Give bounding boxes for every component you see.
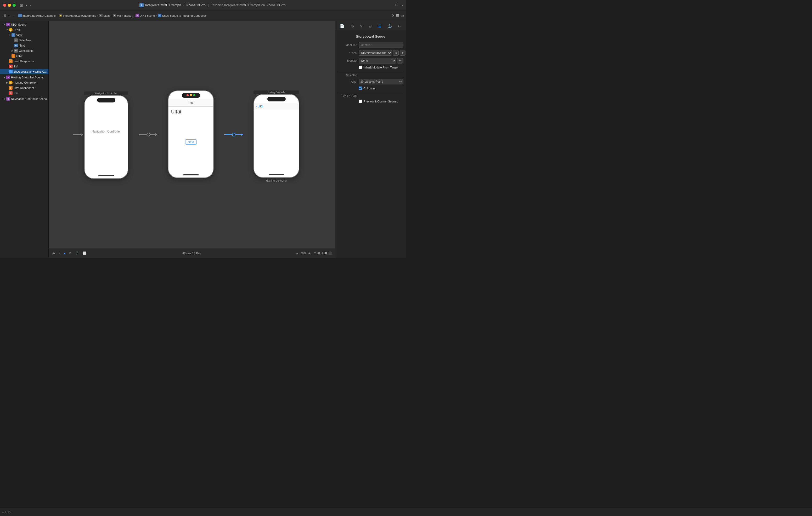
sidebar-toggle[interactable]: ⊞	[20, 3, 23, 7]
sidebar-item-exit-1[interactable]: E Exit	[0, 64, 49, 69]
nav-iphone-wrapper: Navigation Controller Navigation Control…	[84, 91, 128, 178]
icon-segue: →	[9, 70, 12, 73]
canvas-btn-4[interactable]: ⧉	[68, 251, 72, 256]
module-btn[interactable]: ▾	[397, 58, 403, 63]
sidebar-item-next[interactable]: B Next	[0, 43, 49, 48]
nav-iphone-notch	[97, 98, 115, 102]
sidebar-item-constraints[interactable]: ▶ ⋯ Constraints	[0, 48, 49, 53]
class-btn-1[interactable]: ⊕	[393, 50, 399, 56]
nav-back[interactable]: ‹	[26, 3, 27, 7]
run-status: Running IntegreateSwiftUIExample on iPho…	[212, 3, 286, 7]
zoom-level: 50%	[300, 252, 306, 255]
breadcrumb-label-5: UIKit Scene	[140, 14, 155, 17]
toolbar-nav: ⊞ ‹ ›	[2, 13, 16, 18]
inherit-module-checkbox[interactable]	[359, 66, 362, 69]
canvas-btn-2[interactable]: ℹ	[58, 251, 61, 256]
class-select-row: UIStoryboardSegue ⊕ ▾	[359, 50, 405, 56]
next-button[interactable]: Next	[185, 139, 197, 145]
sidebar-item-hosting-scene[interactable]: ▾ S Hosting Controller Scene	[0, 75, 49, 80]
sidebar-item-first-responder-1[interactable]: 1 First Responder	[0, 59, 49, 64]
hosting-nav-bar: ‹ UIKit	[254, 103, 299, 110]
tab-anchor[interactable]: ⚓	[386, 23, 394, 29]
sidebar-item-view[interactable]: ▾ □ View	[0, 32, 49, 38]
label-segue: Show segue to "Hosting Contr...	[13, 70, 47, 73]
icon-hosting-scene: S	[6, 75, 10, 79]
forward-btn[interactable]: ›	[12, 13, 16, 18]
breadcrumb-label-6: Show segue to "Hosting Controller"	[162, 14, 207, 17]
uikit-iphone-mockup: Title UIKit Next	[168, 90, 214, 178]
entry-line	[73, 134, 81, 135]
preview-commit-checkbox[interactable]	[359, 99, 362, 103]
class-btn-2[interactable]: ▾	[400, 50, 405, 56]
canvas-btn-5[interactable]: 📱	[74, 251, 80, 256]
sidebar-item-hosting-ctrl[interactable]: ▶ ● Hosting Controller	[0, 80, 49, 85]
back-btn[interactable]: ‹	[8, 13, 12, 18]
nav-forward[interactable]: ›	[30, 3, 31, 7]
tool-4[interactable]: ⬢	[325, 251, 327, 255]
tool-1[interactable]: ⊙	[314, 251, 316, 255]
identifier-input[interactable]	[359, 42, 403, 48]
kind-row: Kind Show (e.g. Push)	[338, 79, 403, 85]
tab-file[interactable]: 📄	[338, 23, 346, 29]
breadcrumb-item-3[interactable]: ✕ Main	[99, 14, 110, 17]
tool-5[interactable]: ⬛	[328, 251, 332, 255]
kind-label: Kind	[338, 80, 356, 83]
module-row: Module None ▾	[338, 58, 403, 63]
tab-grid[interactable]: ⊞	[367, 23, 373, 29]
list-icon[interactable]: ☰	[396, 13, 399, 18]
zoom-out-btn[interactable]: −	[295, 251, 299, 256]
sidebar-item-first-responder-2[interactable]: 1 First Responder	[0, 85, 49, 90]
sidebar-item-segue[interactable]: → Show segue to "Hosting Contr...	[0, 69, 49, 74]
canvas-btn-1[interactable]: ⊕	[51, 251, 56, 256]
toolbar: ⊞ ‹ › I IntegreateSwiftUIExample › 📁 Int…	[0, 10, 406, 21]
tool-2[interactable]: ⊞	[317, 251, 320, 255]
breadcrumb-item-6[interactable]: → Show segue to "Hosting Controller"	[158, 14, 207, 17]
arrow-circle-1	[146, 133, 150, 136]
device-name: iPhone 13 Pro	[186, 3, 206, 7]
zoom-in-btn[interactable]: +	[308, 251, 312, 256]
panel-icon[interactable]: ▭	[401, 13, 404, 18]
add-button[interactable]: +	[394, 2, 397, 8]
maximize-button[interactable]	[12, 4, 16, 7]
breadcrumb-sep-4: ›	[134, 14, 135, 17]
breadcrumb-item-1[interactable]: I IntegreateSwiftUIExample	[18, 14, 56, 17]
hosting-iphone-home-bar	[269, 174, 284, 175]
arrow-blue-head	[241, 133, 243, 136]
tool-3[interactable]: ✛	[321, 251, 324, 255]
tab-list[interactable]: ☰	[376, 23, 383, 29]
dot-yellow	[190, 94, 192, 96]
sidebar-item-nav-scene[interactable]: ▶ S Navigation Controller Scene	[0, 96, 49, 101]
animates-checkbox[interactable]	[359, 87, 362, 90]
sidebar-item-uikit[interactable]: ▾ ● UIKit	[0, 27, 49, 32]
label-constraints: Constraints	[19, 49, 47, 52]
breadcrumb-item-5[interactable]: S UIKit Scene	[136, 14, 155, 17]
label-uikit-scene: UIKit Scene	[11, 23, 47, 26]
breadcrumb-item-2[interactable]: 📁 IntegreateSwiftUIExample	[59, 14, 96, 17]
hosting-back-label: UIKit	[257, 105, 263, 108]
canvas-btn-3[interactable]: ●	[62, 251, 66, 256]
sidebar-item-uikit-resp[interactable]: ‹ UIKit	[0, 53, 49, 59]
kind-select[interactable]: Show (e.g. Push)	[359, 79, 403, 85]
canvas-btn-6[interactable]: ⬜	[82, 251, 88, 256]
grid-toggle[interactable]: ⊞	[2, 13, 7, 18]
icon-constraints: ⋯	[14, 49, 18, 53]
breadcrumb-icon-6: →	[158, 14, 162, 17]
module-select[interactable]: None	[359, 58, 396, 63]
close-button[interactable]	[3, 4, 6, 7]
tab-refresh[interactable]: ⟳	[397, 23, 403, 29]
tab-clock[interactable]: ⏱	[349, 23, 356, 29]
minimize-button[interactable]	[8, 4, 11, 7]
breadcrumb: I IntegreateSwiftUIExample › 📁 Integreat…	[18, 14, 390, 17]
sidebar-item-safe-area[interactable]: □ Safe Area	[0, 38, 49, 43]
sidebar-item-uikit-scene[interactable]: ▾ S UIKit Scene	[0, 22, 49, 27]
refresh-icon[interactable]: ⟳	[392, 13, 395, 18]
tab-question[interactable]: ?	[359, 23, 364, 29]
sidebar-item-exit-2[interactable]: E Exit	[0, 90, 49, 96]
panel-toggle[interactable]: ▭	[400, 3, 403, 7]
breadcrumb-item-4[interactable]: ✕ Main (Base)	[113, 14, 133, 17]
breadcrumb-sep-3: ›	[111, 14, 112, 17]
hosting-ctrl-header: Hosting Controller	[254, 90, 299, 94]
icon-view: □	[11, 33, 15, 37]
class-select[interactable]: UIStoryboardSegue	[359, 50, 392, 56]
disclosure-hosting-scene: ▾	[3, 76, 6, 79]
